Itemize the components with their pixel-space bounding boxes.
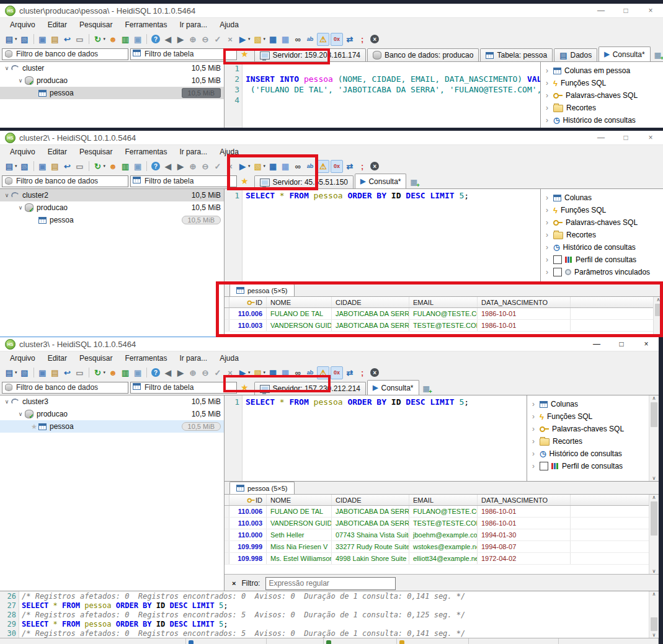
copy-button[interactable]: ▣: [37, 367, 48, 379]
table-row[interactable]: 110.006FULANO DE TALJABOTICABA DA SERRAF…: [225, 308, 653, 320]
help-button[interactable]: ?: [151, 368, 160, 377]
column-header-id[interactable]: ID: [229, 495, 267, 505]
table-filter-input[interactable]: [130, 175, 237, 187]
maximize-button[interactable]: □: [609, 337, 634, 351]
user-manager-button[interactable]: ☻: [107, 33, 118, 45]
menu-ferramentas[interactable]: Ferramentas: [118, 148, 173, 156]
cell-nome[interactable]: FULANO DE TAL: [267, 506, 332, 517]
cell-data-nascimento[interactable]: 1972-04-02: [478, 553, 571, 564]
semicolon-delimiter-button[interactable]: ;: [357, 161, 368, 172]
remove-button[interactable]: ⊖: [200, 33, 211, 45]
save-as-button[interactable]: ▦: [280, 161, 291, 172]
database-filter-input[interactable]: [2, 48, 128, 60]
menu-arquivo[interactable]: Arquivo: [4, 148, 42, 156]
save-as-button[interactable]: ▦: [280, 367, 291, 379]
hex-view-button[interactable]: 0x: [331, 366, 343, 379]
save-button[interactable]: ▦: [267, 161, 278, 172]
helper-fun-es-sql[interactable]: ›ϟFunções SQL: [527, 410, 649, 423]
print-button[interactable]: ▭: [74, 33, 86, 45]
expand-caret-icon[interactable]: ∨: [2, 399, 11, 405]
tab-servidor-45-55-51-150[interactable]: Servidor: 45.55.51.150: [254, 175, 354, 188]
scroll-down-icon[interactable]: ∨: [652, 568, 656, 574]
go-last-button[interactable]: ▶: [175, 33, 186, 45]
undo-button[interactable]: ↩: [62, 33, 73, 45]
query-log[interactable]: 2627282930/* Registros afetados: 0 Regis…: [0, 591, 659, 638]
cell-cidade[interactable]: 07743 Shaina Vista Suite 498: [332, 529, 409, 540]
save-button[interactable]: ▦: [267, 33, 278, 45]
helper-fun-es-sql[interactable]: ›ϟFunções SQL: [541, 204, 663, 216]
chevron-right-icon[interactable]: ›: [544, 268, 550, 276]
cell-id[interactable]: 110.006: [229, 308, 267, 319]
go-first-button[interactable]: ◀: [162, 367, 174, 379]
paste-button[interactable]: ▤: [50, 33, 61, 45]
dropdown-caret-icon[interactable]: ▾: [264, 37, 266, 42]
undo-button[interactable]: ↩: [62, 161, 73, 172]
sql-editor[interactable]: 1SELECT * FROM pessoa ORDER BY ID DESC L…: [225, 395, 527, 481]
tree-row-producao[interactable]: ∨producao10,5 MiB: [0, 74, 224, 87]
helper-recortes[interactable]: ›Recortes: [541, 229, 663, 241]
cell-id[interactable]: 109.998: [229, 553, 267, 564]
stop-button[interactable]: ×: [370, 368, 379, 377]
open-file-button[interactable]: ▧: [252, 33, 264, 45]
column-header-data-nascimento[interactable]: DATA_NASCIMENTO: [478, 297, 571, 307]
menu-ir-para[interactable]: Ir para...: [173, 354, 213, 363]
warning-highlight-button[interactable]: ⚠: [317, 160, 329, 173]
grid-scrollbar[interactable]: ∧: [653, 297, 663, 337]
table-row[interactable]: 109.998Ms. Estel Williamson I4998 Lakin …: [225, 553, 649, 565]
new-query-tab-icon[interactable]: ▦+: [423, 384, 430, 393]
dropdown-caret-icon[interactable]: ▾: [15, 164, 17, 169]
helper-palavras-chaves-sql[interactable]: ›Palavras-chaves SQL: [541, 89, 663, 102]
scroll-down-icon[interactable]: ∨: [652, 475, 656, 481]
chevron-right-icon[interactable]: ›: [544, 116, 550, 125]
session-manager-button[interactable]: ▤: [4, 33, 15, 45]
table-row[interactable]: 109.999Miss Nia Friesen V33277 Rudy Rout…: [225, 541, 649, 553]
chevron-right-icon[interactable]: ›: [530, 425, 536, 433]
stop-button[interactable]: ×: [370, 35, 379, 43]
export-database-button[interactable]: ▥: [120, 367, 131, 379]
tab-consulta[interactable]: ▶Consulta*: [355, 174, 407, 188]
column-header-nome[interactable]: NOME: [267, 297, 332, 307]
dropdown-caret-icon[interactable]: ▾: [104, 37, 106, 42]
maximize-button[interactable]: □: [613, 131, 638, 144]
cell-email[interactable]: elliott34@example.net: [409, 553, 478, 564]
tree-row-cluster3[interactable]: ∨cluster310,5 MiB: [0, 395, 224, 408]
session-manager-button[interactable]: ▤: [4, 367, 15, 379]
rollback-button[interactable]: ×: [225, 367, 236, 379]
minimize-button[interactable]: —: [584, 337, 609, 351]
disconnect-button[interactable]: ▧: [19, 161, 30, 172]
warning-highlight-button[interactable]: ⚠: [317, 33, 329, 46]
dropdown-caret-icon[interactable]: ▾: [248, 370, 251, 375]
favorite-star-icon[interactable]: ★: [30, 423, 38, 431]
go-first-button[interactable]: ◀: [162, 161, 174, 172]
tree-row-pessoa[interactable]: ★pessoa10,5 MiB: [0, 420, 224, 433]
result-tab[interactable]: pessoa (5×5): [229, 284, 295, 296]
cell-email[interactable]: TESTE@TESTE.COM: [409, 320, 478, 331]
refresh-button[interactable]: ↻: [92, 367, 104, 379]
snippet-button[interactable]: ▣: [132, 161, 143, 172]
cell-cidade[interactable]: JABOTICABA DA SERRA: [332, 506, 409, 517]
user-manager-button[interactable]: ☻: [107, 161, 118, 172]
helper-palavras-chaves-sql[interactable]: ›Palavras-chaves SQL: [541, 216, 663, 229]
menu-editar[interactable]: Editar: [42, 148, 73, 156]
chevron-right-icon[interactable]: ›: [530, 437, 536, 446]
disconnect-button[interactable]: ▧: [19, 367, 30, 379]
tab-banco-de-dados-producao[interactable]: Banco de dados: producao: [367, 48, 479, 61]
cell-cidade[interactable]: 4998 Lakin Shore Suite 292: [332, 553, 409, 564]
log-scrollbar[interactable]: ∧∨: [649, 591, 659, 638]
menu-pesquisar[interactable]: Pesquisar: [73, 354, 118, 363]
semicolon-delimiter-button[interactable]: ;: [357, 367, 368, 379]
dropdown-caret-icon[interactable]: ▾: [264, 164, 266, 169]
helper-perfil-de-consultas[interactable]: ›Perfil de consultas: [541, 254, 663, 266]
close-button[interactable]: ×: [638, 4, 663, 17]
scroll-thumb[interactable]: [651, 402, 657, 427]
chevron-right-icon[interactable]: ›: [530, 412, 536, 421]
maximize-button[interactable]: □: [613, 4, 638, 17]
refresh-button[interactable]: ↻: [92, 161, 104, 172]
paste-button[interactable]: ▤: [50, 367, 61, 379]
scroll-up-icon[interactable]: ∧: [657, 297, 661, 302]
open-file-button[interactable]: ▧: [252, 367, 264, 379]
snippet-button[interactable]: ▣: [132, 33, 143, 45]
sql-editor[interactable]: 1SELECT * FROM pessoa ORDER BY ID DESC L…: [225, 189, 540, 283]
open-file-button[interactable]: ▧: [252, 161, 264, 172]
semicolon-delimiter-button[interactable]: ;: [357, 33, 368, 45]
